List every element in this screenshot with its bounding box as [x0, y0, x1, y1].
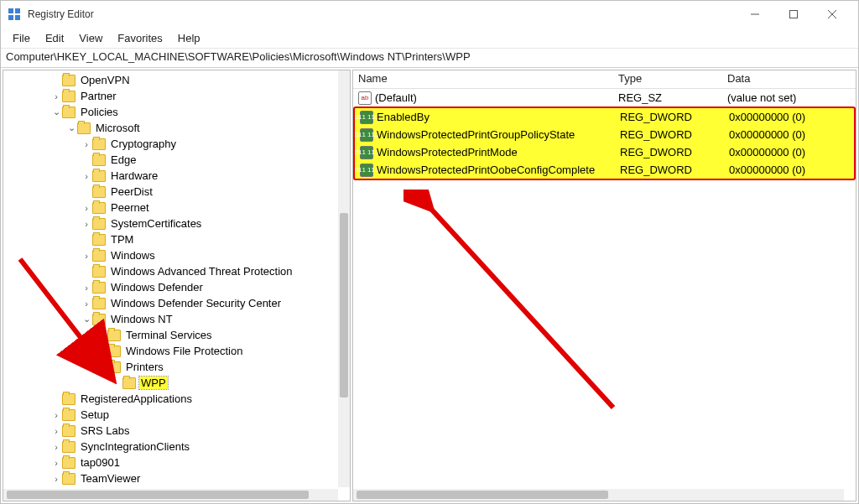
address-bar[interactable]: Computer\HKEY_LOCAL_MACHINE\SOFTWARE\Pol… [1, 48, 858, 68]
reg-dword-icon: 011 110 [360, 164, 373, 177]
svg-rect-0 [8, 8, 13, 13]
app-icon [8, 8, 21, 21]
tree-item-watp[interactable]: Windows Advanced Threat Protection [3, 263, 338, 279]
reg-dword-icon: 011 110 [360, 128, 373, 142]
tree-item-partner[interactable]: Partner [3, 88, 338, 104]
folder-icon [62, 473, 75, 485]
svg-rect-3 [15, 15, 20, 20]
folder-icon [107, 346, 121, 357]
scrollbar-thumb[interactable] [357, 491, 608, 499]
tree-vertical-scrollbar[interactable] [338, 70, 350, 487]
window-title: Registry Editor [28, 8, 94, 20]
value-data: (value not set) [722, 91, 856, 104]
highlight-box: 011 110EnabledBy REG_DWORD 0x00000000 (0… [353, 107, 856, 180]
tree-item-microsoft[interactable]: Microsoft [3, 120, 338, 136]
folder-icon [92, 250, 106, 262]
menu-file[interactable]: File [6, 30, 37, 46]
tree-item-setup[interactable]: Setup [3, 407, 338, 423]
folder-icon [62, 441, 75, 453]
menu-edit[interactable]: Edit [39, 30, 70, 46]
reg-string-icon: ab [358, 91, 372, 105]
tree-item-systemcertificates[interactable]: SystemCertificates [3, 216, 338, 231]
tree-pane: OpenVPN Partner Policies Microsoft Crypt… [3, 70, 351, 501]
menu-favorites[interactable]: Favorites [111, 30, 169, 46]
registry-tree[interactable]: OpenVPN Partner Policies Microsoft Crypt… [3, 70, 338, 489]
maximize-button[interactable] [774, 1, 813, 28]
menu-view[interactable]: View [72, 30, 109, 46]
value-name: EnabledBy [377, 111, 430, 123]
value-type: REG_SZ [613, 91, 722, 104]
value-data: 0x00000000 (0) [724, 164, 854, 176]
tree-item-teamviewer[interactable]: TeamViewer [3, 470, 338, 486]
tree-horizontal-scrollbar[interactable] [3, 489, 338, 501]
value-name: (Default) [375, 91, 417, 104]
reg-dword-icon: 011 110 [360, 111, 373, 124]
svg-line-9 [429, 206, 613, 408]
tree-item-registered-applications[interactable]: RegisteredApplications [3, 391, 338, 407]
folder-icon [92, 234, 106, 246]
svg-rect-5 [790, 11, 798, 18]
value-type: REG_DWORD [615, 111, 724, 123]
tree-item-peernet[interactable]: Peernet [3, 200, 338, 216]
value-row[interactable]: 011 110WindowsProtectedPrintOobeConfigCo… [355, 161, 854, 179]
folder-icon [62, 107, 75, 118]
titlebar[interactable]: Registry Editor [1, 1, 858, 28]
folder-icon [62, 409, 75, 421]
values-list: ab(Default) REG_SZ (value not set) 011 1… [353, 89, 856, 180]
tree-item-sync-integration-clients[interactable]: SyncIntegrationClients [3, 439, 338, 455]
tree-item-terminal-services[interactable]: Terminal Services [3, 327, 338, 343]
close-button[interactable] [813, 1, 851, 28]
value-type: REG_DWORD [615, 164, 724, 176]
tree-item-peerdist[interactable]: PeerDist [3, 184, 338, 200]
value-name: WindowsProtectedPrintGroupPolicyState [377, 128, 575, 141]
column-name[interactable]: Name [353, 70, 613, 88]
folder-icon [92, 218, 106, 230]
tree-item-edge[interactable]: Edge [3, 152, 338, 168]
tree-item-windows-defender-sc[interactable]: Windows Defender Security Center [3, 295, 338, 311]
value-row[interactable]: 011 110EnabledBy REG_DWORD 0x00000000 (0… [355, 108, 854, 126]
folder-icon [107, 361, 121, 373]
value-row[interactable]: 011 110WindowsProtectedPrintMode REG_DWO… [355, 143, 854, 161]
tree-item-windows-defender[interactable]: Windows Defender [3, 279, 338, 295]
menu-help[interactable]: Help [171, 30, 207, 46]
folder-icon [77, 122, 91, 134]
tree-item-hardware[interactable]: Hardware [3, 168, 338, 184]
tree-item-windows[interactable]: Windows [3, 247, 338, 263]
folder-icon [62, 425, 75, 437]
tree-item-tpm[interactable]: TPM [3, 231, 338, 247]
folder-icon [62, 91, 75, 102]
column-data[interactable]: Data [722, 70, 856, 88]
tree-item-printers[interactable]: Printers [3, 359, 338, 375]
folder-icon [92, 266, 106, 278]
minimize-button[interactable] [736, 1, 774, 28]
values-header[interactable]: Name Type Data [353, 70, 856, 89]
annotation-arrow-icon [403, 190, 638, 424]
value-data: 0x00000000 (0) [724, 111, 854, 123]
value-row[interactable]: 011 110WindowsProtectedPrintGroupPolicyS… [355, 126, 854, 143]
tree-item-wpp[interactable]: WPP [3, 375, 338, 391]
tree-item-policies[interactable]: Policies [3, 104, 338, 120]
values-horizontal-scrollbar[interactable] [353, 489, 844, 501]
value-name: WindowsProtectedPrintMode [377, 146, 518, 158]
tree-item-windows-nt[interactable]: Windows NT [3, 311, 338, 327]
value-type: REG_DWORD [615, 128, 724, 141]
tree-item-cryptography[interactable]: Cryptography [3, 136, 338, 152]
folder-icon [107, 330, 121, 341]
tree-item-tap0901[interactable]: tap0901 [3, 455, 338, 470]
reg-dword-icon: 011 110 [360, 146, 373, 159]
folder-icon [62, 75, 75, 86]
folder-icon [62, 457, 75, 469]
value-row[interactable]: ab(Default) REG_SZ (value not set) [353, 89, 856, 107]
scrollbar-thumb[interactable] [7, 491, 309, 499]
tree-item-windows-file-protection[interactable]: Windows File Protection [3, 343, 338, 359]
folder-icon [92, 282, 106, 294]
folder-icon [122, 377, 136, 389]
tree-item-srs-labs[interactable]: SRS Labs [3, 423, 338, 439]
scrollbar-thumb[interactable] [340, 213, 348, 397]
svg-rect-2 [8, 15, 13, 20]
content-area: OpenVPN Partner Policies Microsoft Crypt… [1, 68, 858, 503]
value-type: REG_DWORD [615, 146, 724, 158]
column-type[interactable]: Type [613, 70, 722, 88]
value-data: 0x00000000 (0) [724, 128, 854, 141]
tree-item-openvpn[interactable]: OpenVPN [3, 72, 338, 88]
